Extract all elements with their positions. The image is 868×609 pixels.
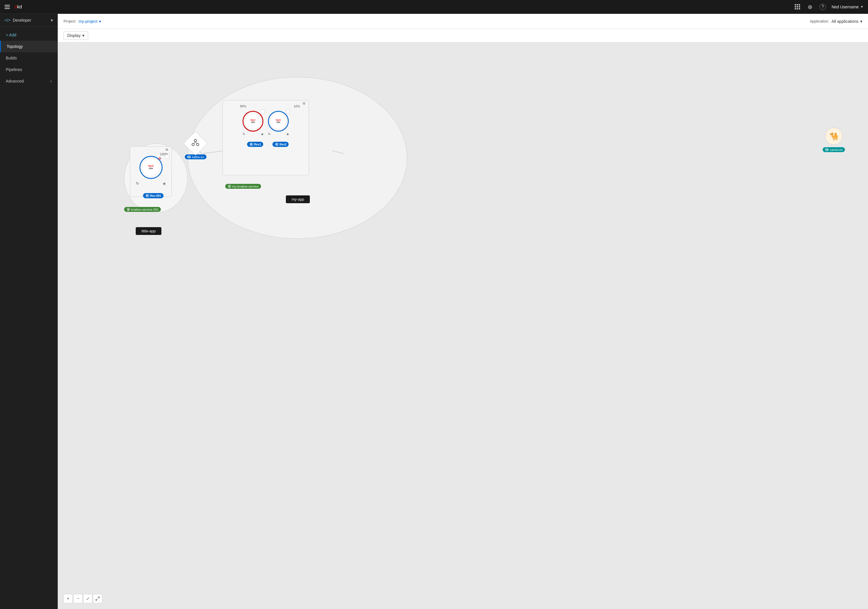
hamburger-menu[interactable] [5, 5, 10, 9]
svg-line-10 [195, 142, 197, 144]
little-app-label: little-app [136, 227, 161, 235]
kafka-badge: KS kafka-es [185, 155, 206, 159]
rev001-badge-letter: R [145, 194, 149, 198]
svg-point-6 [194, 139, 197, 142]
topology-canvas[interactable]: ⧉ 100% OpenJDK 🎯 ⧉ ↻ ◆ R Rev-001 [58, 42, 868, 609]
camel-badge: CS camel-es [823, 147, 845, 152]
rev1-badge-r: R [249, 142, 253, 146]
rev1-circle[interactable]: OpenJDK [243, 111, 264, 131]
app-chevron: ▾ [860, 19, 862, 24]
project-label: Project: [64, 19, 76, 23]
top-header: okd ⊕ ? Ned Username ▼ [0, 0, 868, 14]
rev2-circle[interactable]: OpenJDK [268, 111, 289, 131]
camel-icon[interactable]: 🐪 [825, 128, 843, 145]
camel-label: camel-es [829, 148, 843, 151]
sub-header: Project: my-project ▾ Application: All a… [58, 14, 868, 29]
rev1-sync-icon[interactable]: ↻ [243, 132, 245, 136]
node-controls-small: ↻ ◆ [134, 180, 168, 187]
my-knative-service-label: my-knative-service [232, 185, 259, 188]
application-selector[interactable]: All applications ▾ [832, 19, 862, 24]
sidebar-item-advanced[interactable]: Advanced › [0, 75, 57, 87]
builds-label: Builds [6, 56, 17, 60]
zoom-in-button[interactable]: + [64, 594, 73, 603]
kafka-label: kafka-es [192, 155, 204, 159]
display-label: Display [67, 33, 81, 38]
knative-service-001-label-bar: S knative-service-001 [124, 207, 161, 212]
developer-chevron: ▾ [51, 18, 53, 23]
developer-label: Developer [13, 18, 31, 23]
topology-label: Topology [7, 44, 23, 49]
application-label: Application: [810, 19, 829, 23]
rev2-label: Rev2 [279, 143, 287, 146]
ks001-badge-s: S [127, 207, 130, 211]
mks-badge-s: S [228, 184, 231, 188]
help-icon[interactable]: ? [820, 4, 826, 10]
rev2-icon: OpenJDK [271, 114, 286, 129]
camel-badge-letter: CS [825, 148, 829, 151]
grid-icon[interactable] [794, 3, 801, 11]
rev1-edit-icon[interactable]: ⧉ [260, 110, 265, 114]
rev1-label: Rev1 [254, 143, 261, 146]
add-label: + Add [6, 32, 16, 37]
my-app-label: my-app [286, 195, 310, 203]
logo-o: o [14, 4, 17, 9]
header-icons: ⊕ ? Ned Username ▼ [794, 3, 863, 11]
node-link-icon-large[interactable]: ⧉ [303, 102, 307, 106]
project-selector[interactable]: my-project ▾ [79, 19, 101, 24]
rev001-badge: R Rev-001 [143, 193, 163, 198]
service-box-small: ⧉ 100% OpenJDK 🎯 ⧉ ↻ ◆ R Rev-001 [130, 146, 172, 197]
sidebar-item-pipelines[interactable]: Pipelines [0, 64, 57, 75]
node-link-icon-small[interactable]: ⧉ [166, 148, 170, 152]
diamond-icon: ◆ [163, 181, 166, 185]
rev2-node[interactable]: OpenJDK ⧉ ↻ ◆ R Rev2 [268, 111, 289, 144]
sidebar: </> Developer ▾ + Add Topology Builds Pi… [0, 14, 58, 609]
kafka-icon[interactable] [183, 131, 208, 156]
advanced-chevron: › [50, 79, 52, 83]
sidebar-item-add[interactable]: + Add [0, 29, 57, 41]
expand-button[interactable] [93, 594, 102, 603]
kafka-badge-letter: KS [187, 155, 191, 159]
rev2-badge: R Rev2 [272, 142, 289, 147]
toolbar: Display ▾ [58, 29, 868, 42]
rev2-diamond-icon: ◆ [287, 132, 289, 136]
project-name: my-project [79, 19, 97, 24]
advanced-label: Advanced [6, 79, 24, 83]
main-content: Project: my-project ▾ Application: All a… [58, 14, 868, 609]
rev1-diamond-icon: ◆ [261, 132, 264, 136]
rev2-sync-icon[interactable]: ↻ [268, 132, 271, 136]
pct-90: 90% [240, 105, 246, 108]
rev1-badge: R Rev1 [247, 142, 264, 147]
camel-node[interactable]: 🐪 CS camel-es [823, 128, 845, 152]
rev001-icon: OpenJDK 🎯 [143, 159, 160, 176]
kafka-node[interactable]: KS kafka-es [185, 135, 206, 159]
rev2-edit-icon[interactable]: ⧉ [286, 110, 290, 114]
okd-logo: okd [14, 4, 22, 9]
developer-selector[interactable]: </> Developer ▾ [0, 14, 57, 27]
sidebar-item-builds[interactable]: Builds [0, 52, 57, 64]
user-menu[interactable]: Ned Username ▼ [832, 5, 863, 9]
rev2-badge-r: R [274, 142, 279, 146]
fit-button[interactable]: ⤢ [83, 594, 92, 603]
zoom-controls: + − ⤢ [64, 594, 102, 603]
pct-10: 10% [294, 105, 300, 108]
sync-icon[interactable]: ↻ [136, 181, 139, 185]
service-box-large: ⧉ 90% 10% OpenJDK ⧉ ↻ [222, 100, 309, 175]
project-chevron: ▾ [99, 19, 101, 24]
kafka-inner-icon [191, 139, 200, 148]
my-knative-service-label-bar: S my-knative-service [225, 184, 261, 189]
pipelines-label: Pipelines [6, 67, 22, 72]
rev1-node[interactable]: OpenJDK ⧉ ↻ ◆ R Rev1 [243, 111, 264, 144]
node-edit-icon[interactable]: ⧉ [165, 155, 169, 159]
app-name: All applications [832, 19, 859, 24]
user-menu-chevron: ▼ [860, 5, 863, 8]
rev1-icon: OpenJDK [245, 114, 260, 129]
add-icon[interactable]: ⊕ [807, 3, 814, 11]
display-chevron: ▾ [82, 33, 84, 38]
logo-kd: kd [17, 4, 22, 9]
rev001-badge-label: Rev-001 [150, 194, 161, 198]
rev001-circle[interactable]: OpenJDK 🎯 [140, 156, 163, 179]
display-button[interactable]: Display ▾ [64, 31, 88, 40]
zoom-out-button[interactable]: − [73, 594, 82, 603]
developer-icon: </> [5, 18, 10, 23]
sidebar-item-topology[interactable]: Topology [0, 41, 57, 52]
